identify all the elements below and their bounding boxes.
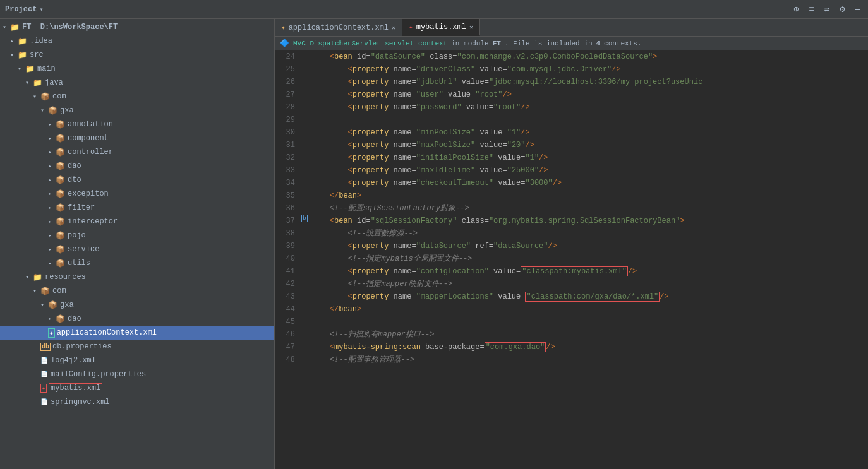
sidebar-item-mybatis[interactable]: ✦ mybatis.xml xyxy=(0,381,274,395)
line-content[interactable]: <property name="maxPoolSize" value="20"/… xyxy=(309,139,868,151)
line-number: 47 xyxy=(275,341,300,353)
sidebar-item-gxa[interactable]: 📦 gxa xyxy=(0,104,274,117)
line-content[interactable]: <bean id="dataSource" class="com.mchange… xyxy=(309,50,868,63)
line-content[interactable]: <property name="mapperLocations" value="… xyxy=(309,290,868,303)
code-segment: "initialPoolSize" xyxy=(416,153,493,162)
code-segment: /> xyxy=(628,267,637,276)
appctx-xml-icon: ✦ xyxy=(48,328,55,338)
line-content[interactable]: <!--配置sqlSessionFactory對象--> xyxy=(309,202,868,215)
code-segment: /> xyxy=(539,153,548,162)
sidebar-item-service[interactable]: 📦 service xyxy=(0,242,274,256)
com-package-icon: 📦 xyxy=(40,92,50,102)
context-link[interactable]: MVC DispatcherServlet servlet context xyxy=(293,40,447,47)
code-line-29: 29 xyxy=(275,114,868,126)
sidebar-item-dto[interactable]: 📦 dto xyxy=(0,173,274,187)
line-content[interactable]: <!--指定mapper映射文件--> xyxy=(309,278,868,290)
sidebar-item-res-gxa[interactable]: 📦 gxa xyxy=(0,298,274,312)
minimize-icon[interactable]: — xyxy=(853,3,863,16)
code-segment: mybatis-spring:scan xyxy=(334,343,421,352)
line-content[interactable]: <!--指定mybatis全局配置文件--> xyxy=(309,252,868,265)
code-segment: > xyxy=(653,52,657,61)
code-line-48: 48 <!--配置事務管理器--> xyxy=(275,353,868,366)
service-icon: 📦 xyxy=(56,245,65,254)
sidebar-item-res-dao[interactable]: 📦 dao xyxy=(0,312,274,326)
code-segment: "maxPoolSize" xyxy=(416,141,476,150)
tab-appctx-close[interactable]: ✕ xyxy=(392,24,395,32)
res-dao-label: dao xyxy=(68,314,81,323)
line-content[interactable]: <bean id="sqlSessionFactory" class="org.… xyxy=(309,215,868,227)
code-editor[interactable]: 24 <bean id="dataSource" class="com.mcha… xyxy=(275,50,868,469)
sidebar-item-java[interactable]: 📁 java xyxy=(0,76,274,90)
file-tree[interactable]: 📁 FT D:\nsWorkSpace\FT 📁 .idea 📁 src xyxy=(0,19,274,469)
line-content[interactable]: <property name="password" value="root"/> xyxy=(309,101,868,114)
line-content[interactable]: <property name="driverClass" value="com.… xyxy=(309,63,868,76)
main-arrow xyxy=(18,65,25,73)
line-content[interactable]: <property name="initialPoolSize" value="… xyxy=(309,151,868,164)
sidebar-item-applicationcontext[interactable]: ✦ applicationContext.xml xyxy=(0,326,274,340)
sidebar-item-resources[interactable]: 📁 resources xyxy=(0,270,274,284)
sidebar-item-utils[interactable]: 📦 utils xyxy=(0,256,274,270)
sidebar-item-mailconfig[interactable]: 📄 mailConfig.properties xyxy=(0,367,274,381)
sidebar-item-interceptor[interactable]: 📦 interceptor xyxy=(0,215,274,229)
sync-icon[interactable]: ⇌ xyxy=(822,3,832,16)
res-dao-icon: 📦 xyxy=(56,314,65,324)
line-content[interactable]: <!--扫描所有mapper接口--> xyxy=(309,328,868,341)
tree-root[interactable]: 📁 FT D:\nsWorkSpace\FT xyxy=(0,20,274,34)
code-segment: property xyxy=(353,292,389,301)
line-number: 39 xyxy=(275,240,300,252)
dto-label: dto xyxy=(68,175,81,184)
code-segment: < xyxy=(311,292,353,301)
code-segment: bean xyxy=(339,191,357,200)
settings-icon[interactable]: ⚙ xyxy=(837,3,847,16)
line-number: 40 xyxy=(275,252,300,265)
sidebar-item-res-com[interactable]: 📦 com xyxy=(0,284,274,298)
line-content[interactable]: <property name="jdbcUrl" value="jdbc:mys… xyxy=(309,76,868,88)
sidebar-item-db-properties[interactable]: db db.properties xyxy=(0,340,274,353)
project-title[interactable]: Project xyxy=(5,5,37,14)
line-number: 24 xyxy=(275,50,300,63)
code-segment: "jdbc:mysql://localhost:3306/my_project?… xyxy=(489,78,702,86)
line-content[interactable]: <property name="minPoolSize" value="1"/> xyxy=(309,126,868,139)
sidebar-item-com[interactable]: 📦 com xyxy=(0,90,274,104)
sidebar-item-dao[interactable]: 📦 dao xyxy=(0,159,274,173)
sidebar-item-controller[interactable]: 📦 controller xyxy=(0,145,274,159)
line-gutter: b xyxy=(300,215,309,222)
line-content[interactable]: <property name="configLocation" value="c… xyxy=(309,265,868,278)
line-content[interactable]: <!--設置數據源--> xyxy=(309,227,868,240)
tab-mybatis[interactable]: ✦ mybatis.xml ✕ xyxy=(402,19,480,36)
code-segment: "root" xyxy=(475,90,502,99)
code-segment: property xyxy=(353,90,389,99)
sidebar-item-excepiton[interactable]: 📦 excepiton xyxy=(0,187,274,201)
pojo-arrow xyxy=(48,232,56,239)
code-line-43: 43 <property name="mapperLocations" valu… xyxy=(275,290,868,303)
line-content[interactable]: <property name="maxIdleTime" value="2500… xyxy=(309,164,868,177)
sidebar-item-component[interactable]: 📦 component xyxy=(0,131,274,145)
line-content[interactable]: </bean> xyxy=(309,303,868,316)
dropdown-arrow[interactable]: ▾ xyxy=(39,6,43,13)
code-segment: "user" xyxy=(416,90,443,99)
code-segment: name= xyxy=(389,78,416,86)
tab-applicationcontext[interactable]: ✦ applicationContext.xml ✕ xyxy=(275,19,402,36)
sidebar-item-main[interactable]: 📁 main xyxy=(0,62,274,76)
sidebar-item-src[interactable]: 📁 src xyxy=(0,48,274,62)
line-content[interactable]: <property name="checkoutTimeout" value="… xyxy=(309,177,868,189)
sidebar-item-pojo[interactable]: 📦 pojo xyxy=(0,229,274,242)
sidebar-item-idea[interactable]: 📁 .idea xyxy=(0,34,274,48)
add-icon[interactable]: ⊕ xyxy=(791,3,801,16)
sidebar-item-annotation[interactable]: 📦 annotation xyxy=(0,117,274,131)
line-content[interactable]: <property name="user" value="root"/> xyxy=(309,88,868,101)
code-segment: > xyxy=(357,191,361,200)
code-segment: "dataSource" xyxy=(493,242,548,251)
tab-mybatis-close[interactable]: ✕ xyxy=(469,23,473,31)
sidebar-item-log4j2[interactable]: 📄 log4j2.xml xyxy=(0,353,274,367)
code-segment: < xyxy=(311,103,353,112)
line-number: 46 xyxy=(275,328,300,341)
line-content[interactable]: <mybatis-spring:scan base-package="com.g… xyxy=(309,341,868,353)
sidebar-item-filter[interactable]: 📦 filter xyxy=(0,201,274,215)
line-content[interactable]: <!--配置事務管理器--> xyxy=(309,353,868,366)
line-content[interactable]: <property name="dataSource" ref="dataSou… xyxy=(309,240,868,252)
sidebar-item-springmvc[interactable]: 📄 springmvc.xml xyxy=(0,395,274,409)
line-content[interactable]: </bean> xyxy=(309,189,868,202)
list-icon[interactable]: ≡ xyxy=(806,3,816,16)
code-segment: /> xyxy=(526,141,534,150)
